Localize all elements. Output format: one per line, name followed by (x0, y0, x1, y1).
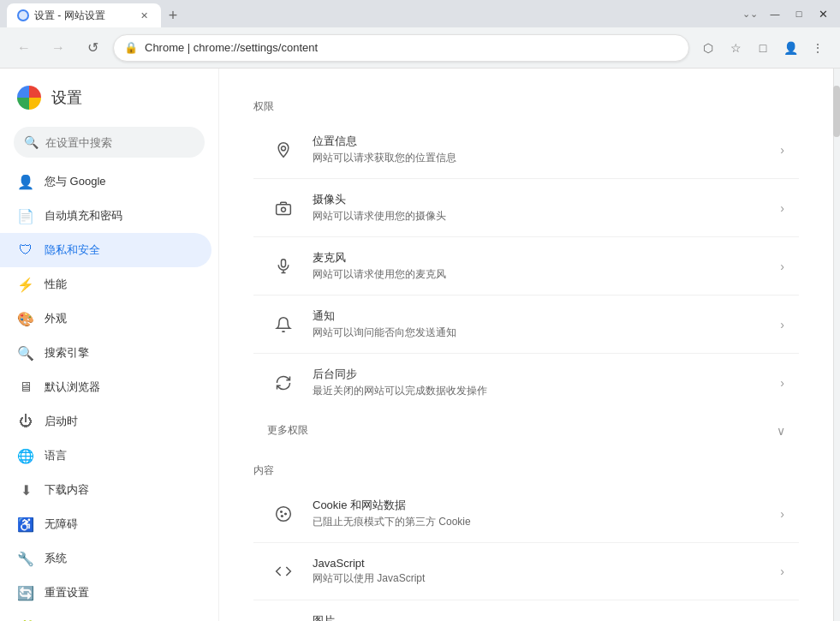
sidebar-search[interactable]: 🔍 (14, 127, 205, 158)
svg-point-6 (281, 511, 283, 512)
sidebar-icon-browser: 🖥 (17, 379, 34, 396)
item-icon-notifications (268, 309, 299, 340)
profile-button[interactable]: 👤 (778, 36, 802, 60)
sidebar-item-autofill[interactable]: 📄 自动填充和密码 (0, 199, 211, 233)
item-title-cookies: Cookie 和网站数据 (313, 498, 773, 513)
sidebar-label-language: 语言 (45, 448, 67, 463)
sidebar-item-reset[interactable]: 🔄 重置设置 (0, 576, 211, 610)
item-desc-microphone: 网站可以请求使用您的麦克风 (313, 267, 773, 282)
sidebar-item-language[interactable]: 🌐 语言 (0, 439, 211, 473)
sidebar-item-google[interactable]: 👤 您与 Google (0, 164, 211, 199)
new-tab-button[interactable]: + (161, 3, 185, 27)
svg-point-7 (285, 513, 287, 515)
permissions-section-header: 权限 (253, 86, 799, 121)
sidebar-icon-accessibility: ♿ (17, 516, 34, 533)
sidebar-nav: 👤 您与 Google 📄 自动填充和密码 🛡 隐私和安全 ⚡ 性能 🎨 外观 … (0, 164, 218, 621)
address-text: Chrome | chrome://settings/content (145, 41, 678, 54)
bookmark-button[interactable]: ⬡ (696, 36, 720, 60)
sidebar-icon-google: 👤 (17, 173, 34, 190)
search-input[interactable] (45, 136, 194, 149)
settings-item-images[interactable]: 图片 网站可以显示图片 › (253, 600, 799, 621)
sidebar-label-search: 搜索引擎 (45, 345, 89, 361)
item-icon-microphone (268, 251, 299, 282)
sidebar-icon-language: 🌐 (17, 447, 34, 464)
forward-button[interactable]: → (45, 34, 72, 62)
svg-point-5 (277, 506, 291, 521)
extension-button[interactable]: □ (751, 36, 775, 60)
sidebar-label-accessibility: 无障碍 (45, 517, 78, 532)
content-inner: 权限 位置信息 网站可以请求获取您的位置信息 › 摄像头 网站可以请求使用您的摄… (219, 69, 833, 621)
permissions-items: 位置信息 网站可以请求获取您的位置信息 › 摄像头 网站可以请求使用您的摄像头 … (253, 121, 799, 411)
more-permissions-label: 更多权限 (267, 423, 308, 438)
item-title-sync: 后台同步 (313, 367, 773, 382)
sidebar-label-google: 您与 Google (45, 174, 106, 189)
more-permissions-collapse[interactable]: 更多权限 ∨ (253, 411, 799, 450)
back-button[interactable]: ← (10, 34, 38, 62)
item-arrow-microphone: › (780, 260, 784, 273)
settings-item-notifications[interactable]: 通知 网站可以询问能否向您发送通知 › (253, 296, 799, 353)
sidebar-label-browser: 默认浏览器 (45, 379, 100, 395)
item-arrow-notifications: › (780, 318, 784, 331)
settings-item-sync[interactable]: 后台同步 最近关闭的网站可以完成数据收发操作 › (253, 354, 799, 411)
item-icon-javascript (268, 556, 299, 587)
sidebar-label-system: 系统 (45, 551, 67, 566)
tab-close-button[interactable]: ✕ (137, 9, 151, 22)
svg-point-1 (282, 146, 286, 150)
sidebar-item-downloads[interactable]: ⬇ 下载内容 (0, 473, 211, 507)
svg-point-0 (19, 11, 27, 20)
sidebar-item-accessibility[interactable]: ♿ 无障碍 (0, 507, 211, 541)
sidebar-label-startup: 启动时 (45, 414, 78, 429)
star-button[interactable]: ☆ (724, 36, 748, 60)
close-button[interactable]: ✕ (813, 3, 833, 24)
sidebar-label-autofill: 自动填充和密码 (45, 208, 122, 224)
settings-item-location[interactable]: 位置信息 网站可以请求获取您的位置信息 › (253, 121, 799, 178)
sidebar-icon-startup: ⏻ (17, 413, 34, 430)
minimize-button[interactable]: — (765, 3, 785, 24)
sidebar-item-performance[interactable]: ⚡ 性能 (0, 267, 211, 302)
settings-item-camera[interactable]: 摄像头 网站可以请求使用您的摄像头 › (253, 179, 799, 236)
sidebar-label-reset: 重置设置 (45, 585, 89, 600)
settings-item-javascript[interactable]: JavaScript 网站可以使用 JavaScript › (253, 543, 799, 600)
sidebar-icon-performance: ⚡ (17, 276, 34, 293)
maximize-button[interactable]: □ (789, 3, 809, 24)
svg-rect-2 (277, 204, 291, 214)
item-icon-cookies (268, 499, 299, 529)
sidebar-item-extensions[interactable]: 🧩 扩展程序 ↗ (0, 610, 211, 621)
item-icon-camera (268, 193, 299, 224)
sidebar-item-browser[interactable]: 🖥 默认浏览器 (0, 370, 211, 404)
sidebar-item-search[interactable]: 🔍 搜索引擎 (0, 336, 211, 370)
menu-button[interactable]: ⋮ (806, 36, 830, 60)
item-desc-camera: 网站可以请求使用您的摄像头 (313, 209, 773, 224)
sidebar-item-startup[interactable]: ⏻ 启动时 (0, 404, 211, 439)
sidebar-label-downloads: 下载内容 (45, 482, 89, 498)
svg-point-3 (282, 207, 286, 212)
item-arrow-location: › (780, 143, 784, 157)
item-title-images: 图片 (313, 613, 773, 621)
reload-button[interactable]: ↺ (79, 34, 106, 62)
tab-title: 设置 - 网站设置 (34, 9, 105, 23)
svg-rect-4 (282, 259, 286, 266)
scrollbar-thumb[interactable] (833, 86, 840, 137)
settings-item-cookies[interactable]: Cookie 和网站数据 已阻止无痕模式下的第三方 Cookie › (253, 485, 799, 542)
address-bar[interactable]: 🔒 Chrome | chrome://settings/content (113, 34, 689, 62)
search-icon: 🔍 (24, 135, 39, 149)
sidebar-icon-autofill: 📄 (17, 207, 34, 224)
sidebar-item-system[interactable]: 🔧 系统 (0, 541, 211, 576)
address-bar-actions: ⬡ ☆ □ 👤 ⋮ (696, 36, 830, 60)
item-arrow-camera: › (780, 201, 784, 215)
item-title-camera: 摄像头 (313, 192, 773, 207)
sidebar-label-performance: 性能 (45, 277, 67, 292)
item-arrow-cookies: › (780, 507, 784, 521)
item-title-location: 位置信息 (313, 134, 773, 149)
title-bar: 设置 - 网站设置 ✕ + ⌄⌄ — □ ✕ (0, 0, 840, 27)
content-section-header: 内容 (253, 450, 799, 485)
sidebar-icon-privacy: 🛡 (17, 242, 34, 259)
sidebar-item-appearance[interactable]: 🎨 外观 (0, 302, 211, 336)
settings-item-microphone[interactable]: 麦克风 网站可以请求使用您的麦克风 › (253, 237, 799, 295)
scrollbar-track[interactable] (833, 69, 840, 621)
active-tab[interactable]: 设置 - 网站设置 ✕ (7, 3, 161, 27)
sidebar-item-privacy[interactable]: 🛡 隐私和安全 (0, 233, 211, 267)
main-area: 设置 🔍 👤 您与 Google 📄 自动填充和密码 🛡 隐私和安全 ⚡ 性能 … (0, 69, 840, 621)
item-icon-location (268, 134, 299, 165)
tab-favicon (17, 9, 29, 21)
